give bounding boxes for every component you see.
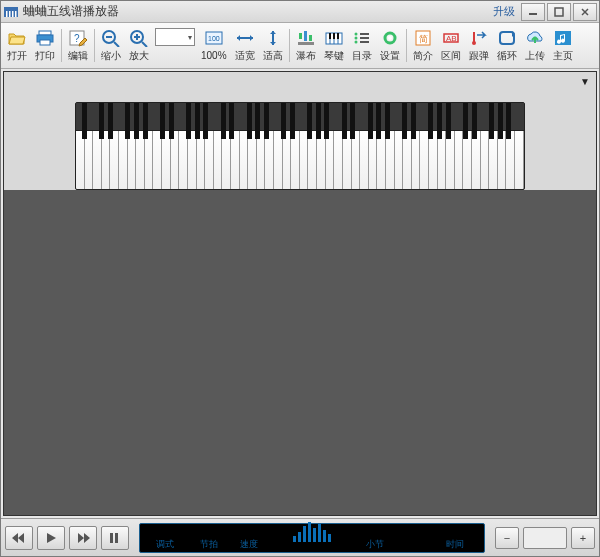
intro-label: 简介 [413,49,433,63]
range-button[interactable]: AB 区间 [437,25,465,66]
titlebar: 蛐蛐五线谱播放器 升级 [1,1,599,23]
svg-rect-11 [40,40,50,45]
fit-width-button[interactable]: 适宽 [231,25,259,66]
minimize-button[interactable] [521,3,545,21]
zoom-100-icon: 100 [204,27,224,49]
app-window: 蛐蛐五线谱播放器 升级 打开 打印 ? 编辑 缩小 放大 [0,0,600,557]
svg-text:100: 100 [208,35,220,42]
waterfall-label: 瀑布 [296,49,316,63]
edit-icon: ? [68,27,88,49]
toc-label: 目录 [352,49,372,63]
upgrade-link[interactable]: 升级 [493,4,515,19]
svg-rect-2 [9,11,11,17]
svg-rect-6 [555,8,563,16]
svg-point-48 [472,41,476,45]
separator [406,29,407,62]
zoom-combobox[interactable] [155,28,195,46]
range-icon: AB [441,27,461,49]
svg-rect-3 [12,11,14,17]
maximize-button[interactable] [547,3,571,21]
svg-text:简: 简 [419,34,428,44]
upload-label: 上传 [525,49,545,63]
svg-line-20 [142,42,147,47]
close-button[interactable] [573,3,597,21]
piano-frame [76,103,524,131]
svg-point-43 [388,36,392,40]
vol-slider[interactable] [523,527,567,549]
waterfall-button[interactable]: 瀑布 [292,25,320,66]
measure-label: 小节 [366,538,384,551]
fit-height-label: 适高 [263,49,283,63]
svg-rect-9 [39,31,51,35]
app-icon [3,4,19,20]
svg-rect-34 [333,33,335,39]
vol-up-button[interactable]: + [571,527,595,549]
settings-button[interactable]: 设置 [376,25,404,66]
loop-icon [497,27,517,49]
svg-rect-49 [500,32,514,44]
svg-rect-35 [337,33,339,39]
beat-label: 节拍 [200,538,218,551]
edit-button[interactable]: ? 编辑 [64,25,92,66]
fit-height-button[interactable]: 适高 [259,25,287,66]
fit-width-icon [235,27,255,49]
window-controls [519,3,597,21]
toolbar: 打开 打印 ? 编辑 缩小 放大 100 100% 适宽 [1,23,599,69]
loop-button[interactable]: 循环 [493,25,521,66]
settings-label: 设置 [380,49,400,63]
print-button[interactable]: 打印 [31,25,59,66]
playbar: 调式 节拍 速度 小节 时间 − + [1,518,599,556]
svg-rect-1 [6,11,8,17]
upload-button[interactable]: 上传 [521,25,549,66]
svg-text:AB: AB [446,34,457,43]
follow-label: 跟弹 [469,49,489,63]
folder-open-icon [7,27,27,49]
zoom-select[interactable] [153,25,197,66]
content-area: ▼ [3,71,597,516]
follow-button[interactable]: 跟弹 [465,25,493,66]
gear-icon [380,27,400,49]
zoom-100-label: 100% [201,49,227,63]
svg-rect-26 [304,31,307,41]
zoom-in-icon [129,27,149,49]
svg-point-36 [354,33,357,36]
fit-width-label: 适宽 [235,49,255,63]
zoom-100-button[interactable]: 100 100% [197,25,231,66]
keyboard-button[interactable]: 琴键 [320,25,348,66]
music-note-icon [553,27,573,49]
stop-button[interactable] [101,526,129,550]
svg-rect-27 [309,35,312,41]
svg-rect-33 [329,33,331,39]
mode-label: 调式 [156,538,174,551]
printer-icon [35,27,55,49]
home-label: 主页 [553,49,573,63]
svg-line-16 [114,42,119,47]
collapse-icon[interactable]: ▼ [580,76,590,87]
svg-point-38 [354,41,357,44]
intro-button[interactable]: 简 简介 [409,25,437,66]
keyboard-label: 琴键 [324,49,344,63]
open-button[interactable]: 打开 [3,25,31,66]
next-button[interactable] [69,526,97,550]
white-keys[interactable] [76,131,524,190]
svg-rect-52 [115,533,118,543]
edit-label: 编辑 [68,49,88,63]
separator [289,29,290,62]
play-button[interactable] [37,526,65,550]
loop-label: 循环 [497,49,517,63]
list-icon [352,27,372,49]
toc-button[interactable]: 目录 [348,25,376,66]
svg-rect-51 [110,533,113,543]
score-panel: ▼ [4,72,596,190]
piano-keyboard[interactable] [75,102,525,190]
zoom-in-button[interactable]: 放大 [125,25,153,66]
zoom-out-button[interactable]: 缩小 [97,25,125,66]
vol-down-button[interactable]: − [495,527,519,549]
home-button[interactable]: 主页 [549,25,577,66]
tempo-label: 速度 [240,538,258,551]
prev-button[interactable] [5,526,33,550]
app-title: 蛐蛐五线谱播放器 [23,3,493,20]
fit-height-icon [263,27,283,49]
zoom-in-label: 放大 [129,49,149,63]
svg-point-37 [354,37,357,40]
